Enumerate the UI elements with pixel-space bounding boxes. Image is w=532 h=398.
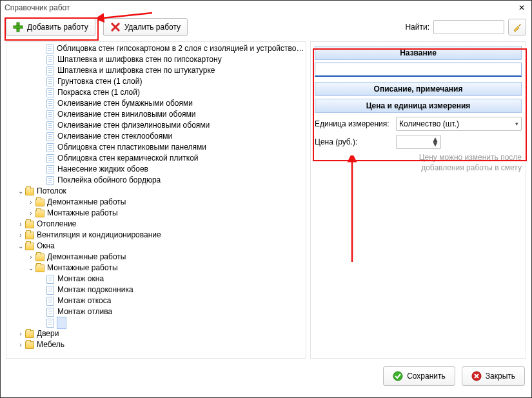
toolbar: Добавить работу Удалить работу Найти: xyxy=(1,15,531,41)
tree-row[interactable]: Покраска стен (1 слой) xyxy=(6,87,306,98)
search-input[interactable] xyxy=(433,20,504,34)
close-button[interactable]: Закрыть xyxy=(462,366,525,386)
tree-row[interactable]: ›Двери xyxy=(6,328,306,339)
tree-node-label: Монтаж откоса xyxy=(57,295,111,306)
tree-node-label: Монтажные работы xyxy=(47,208,118,219)
tree-row[interactable] xyxy=(6,317,306,328)
tree-row[interactable]: Монтаж окна xyxy=(6,274,306,284)
delete-work-button[interactable]: Удалить работу xyxy=(103,18,188,36)
delete-work-label: Удалить работу xyxy=(124,23,181,32)
unit-select[interactable]: Количество (шт.) ▾ xyxy=(396,117,522,131)
name-input[interactable] xyxy=(315,63,522,77)
spinner-arrows-icon[interactable]: ▲▼ xyxy=(431,137,439,146)
tree-toggle-icon[interactable]: › xyxy=(27,252,35,263)
clear-search-button[interactable] xyxy=(508,19,526,35)
tree-row[interactable]: Облицовка стен пластиковыми панелями xyxy=(6,142,306,153)
tree-node-label: Шпатлевка и шлифовка стен по штукатурке xyxy=(57,65,215,76)
tree-row[interactable]: Оклеивание стен бумажными обоями xyxy=(6,98,306,109)
tree-row[interactable]: Оклеивание стен виниловыми обоями xyxy=(6,109,306,120)
tree-node-label: Поклейка обойного бордюра xyxy=(57,175,161,186)
tree-row[interactable]: Монтаж отлива xyxy=(6,306,306,317)
tree-toggle-icon[interactable]: ⌄ xyxy=(27,263,35,274)
tree-row[interactable]: ⌄Окна xyxy=(6,241,306,252)
tree-row[interactable]: ›Мебель xyxy=(6,339,306,350)
details-panel: Название Описание, примечания Цена и еди… xyxy=(310,41,526,359)
add-work-button[interactable]: Добавить работу xyxy=(6,18,95,36)
section-price-header[interactable]: Цена и единица измерения xyxy=(315,99,522,113)
document-icon xyxy=(46,88,54,97)
folder-icon xyxy=(25,330,34,338)
tree-row[interactable]: ⌄Монтажные работы xyxy=(6,263,306,274)
check-icon xyxy=(393,371,403,381)
tree-row[interactable]: Облицовка стен гипсокартоном в 2 слоя с … xyxy=(6,43,306,54)
tree-node-label: Нанесение жидких обоев xyxy=(57,164,148,175)
tree-node-label: Шпатлевка и шлифовка стен по гипсокартон… xyxy=(57,54,222,65)
document-icon xyxy=(46,275,54,284)
unit-label: Единица измерения: xyxy=(315,119,392,128)
tree-node-label: Облицовка стен пластиковыми панелями xyxy=(57,142,206,153)
tree-node-label: Оклеивание стен виниловыми обоями xyxy=(57,109,196,120)
tree-row[interactable]: Монтаж откоса xyxy=(6,295,306,306)
tree-node-label: Демонтажные работы xyxy=(47,197,126,208)
tree-node-label: Вентиляция и кондиционирование xyxy=(37,230,161,241)
folder-icon xyxy=(35,210,44,217)
tree-row[interactable]: ›Демонтажные работы xyxy=(6,197,306,208)
document-icon xyxy=(46,165,54,174)
tree-node-label: Облицовка стен керамической плиткой xyxy=(57,153,199,164)
price-label: Цена (руб.): xyxy=(315,137,392,146)
document-icon xyxy=(46,143,54,152)
title-bar: Справочник работ ✕ xyxy=(1,1,531,15)
tree-toggle-icon[interactable]: › xyxy=(17,339,25,350)
plus-icon xyxy=(13,22,23,32)
tree-toggle-icon[interactable]: ⌄ xyxy=(17,186,25,197)
tree-row[interactable]: ›Демонтажные работы xyxy=(6,252,306,263)
tree-toggle-icon[interactable]: › xyxy=(27,208,35,219)
search-label: Найти: xyxy=(405,23,429,32)
folder-icon xyxy=(35,264,44,272)
folder-icon xyxy=(25,341,34,349)
close-circle-icon xyxy=(471,371,482,381)
document-icon xyxy=(46,45,54,54)
tree-node-label: Грунтовка стен (1 слой) xyxy=(57,76,142,87)
cross-icon xyxy=(110,22,121,32)
tree-row[interactable]: ›Монтажные работы xyxy=(6,208,306,219)
tree-row[interactable]: Оклеивание стен стеклообоями xyxy=(6,131,306,142)
tree-row[interactable]: Оклеивание стен флизелиновыми обоями xyxy=(6,120,306,131)
work-tree[interactable]: Облицовка стен гипсокартоном в 2 слоя с … xyxy=(6,41,306,359)
tree-row[interactable]: Монтаж подоконника xyxy=(6,284,306,295)
folder-icon xyxy=(35,254,44,261)
folder-icon xyxy=(25,188,34,195)
tree-row[interactable]: Нанесение жидких обоев xyxy=(6,164,306,175)
brush-icon xyxy=(512,22,522,32)
close-icon[interactable]: ✕ xyxy=(516,3,527,12)
tree-row[interactable]: ⌄Потолок xyxy=(6,186,306,197)
tree-row[interactable]: ›Вентиляция и кондиционирование xyxy=(6,230,306,241)
tree-row[interactable]: Облицовка стен керамической плиткой xyxy=(6,153,306,164)
document-icon xyxy=(46,132,54,141)
document-icon xyxy=(46,297,54,306)
section-desc-header[interactable]: Описание, примечания xyxy=(315,82,522,96)
folder-icon xyxy=(25,221,34,228)
tree-row[interactable]: ›Отопление xyxy=(6,219,306,230)
tree-row[interactable]: Грунтовка стен (1 слой) xyxy=(6,76,306,87)
tree-row[interactable]: Шпатлевка и шлифовка стен по гипсокартон… xyxy=(6,54,306,65)
price-spinner[interactable]: ▲▼ xyxy=(396,135,441,149)
tree-toggle-icon[interactable]: ⌄ xyxy=(17,241,25,252)
tree-node-label: Монтажные работы xyxy=(47,263,118,274)
tree-row[interactable]: Поклейка обойного бордюра xyxy=(6,175,306,186)
tree-toggle-icon[interactable]: › xyxy=(17,230,25,241)
save-button[interactable]: Сохранить xyxy=(383,366,455,386)
document-icon xyxy=(46,55,54,65)
section-name-header: Название xyxy=(315,46,522,60)
tree-toggle-icon[interactable]: › xyxy=(17,219,25,230)
save-label: Сохранить xyxy=(407,372,446,381)
document-icon xyxy=(46,99,54,108)
tree-node-label: Монтаж подоконника xyxy=(57,284,133,295)
tree-row[interactable]: Шпатлевка и шлифовка стен по штукатурке xyxy=(6,65,306,76)
tree-node-label: Оклеивание стен бумажными обоями xyxy=(57,98,193,109)
document-icon xyxy=(46,110,54,119)
tree-toggle-icon[interactable]: › xyxy=(17,328,25,339)
price-row: Цена (руб.): ▲▼ xyxy=(315,135,522,149)
tree-node-label: Отопление xyxy=(37,219,77,230)
tree-toggle-icon[interactable]: › xyxy=(27,197,35,208)
